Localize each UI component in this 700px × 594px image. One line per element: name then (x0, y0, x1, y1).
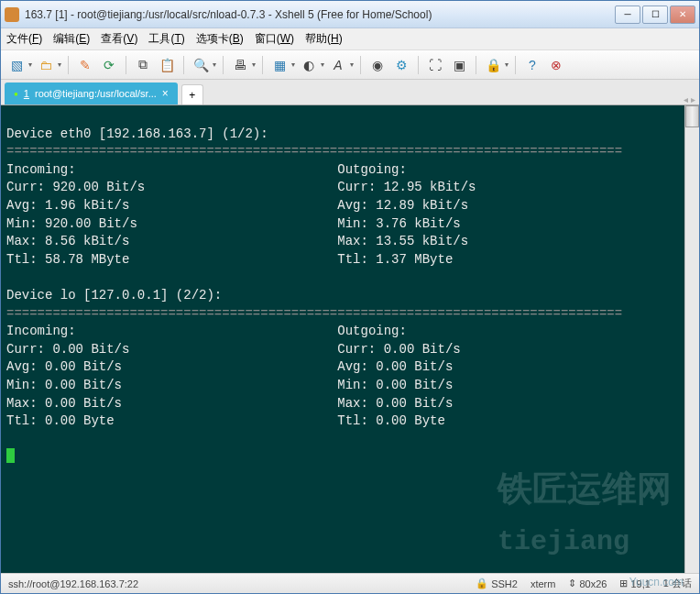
open-icon[interactable]: 🗀 (36, 55, 56, 75)
brand-watermark: Yuucn.com (629, 576, 684, 588)
cursor-pos-icon: ⊞ (619, 578, 628, 589)
status-connection: ssh://root@192.168.163.7:22 (8, 578, 463, 589)
app-icon (5, 7, 19, 22)
device-header-0: Device eth0 [192.168.163.7] (1/2): (6, 126, 268, 141)
tab-status-icon: ● (14, 90, 18, 98)
maximize-button[interactable]: ☐ (642, 6, 668, 24)
titlebar[interactable]: 163.7 [1] - root@tiejiang:/usr/local/src… (1, 1, 699, 28)
paste-icon[interactable]: 📋 (157, 55, 177, 75)
transparent-icon[interactable]: ▣ (449, 55, 469, 75)
color-icon[interactable]: ◐ (299, 55, 319, 75)
copy-icon[interactable]: ⧉ (133, 55, 153, 75)
minimize-button[interactable]: ─ (615, 6, 640, 24)
status-term: xterm (530, 578, 556, 589)
menu-window[interactable]: 窗口(W) (255, 31, 294, 47)
statusbar: ssh://root@192.168.163.7:22 🔒SSH2 xterm … (1, 573, 699, 593)
app-window: 163.7 [1] - root@tiejiang:/usr/local/src… (0, 0, 700, 594)
highlight-icon[interactable]: ✎ (75, 55, 95, 75)
search-icon[interactable]: 🔍 (191, 55, 211, 75)
scroll-thumb[interactable] (685, 105, 699, 127)
menu-view[interactable]: 查看(V) (101, 31, 137, 47)
menu-tabs[interactable]: 选项卡(B) (196, 31, 244, 47)
close-session-icon[interactable]: ⊗ (546, 55, 566, 75)
watermark: 铁匠运维网tiejiang (498, 467, 672, 564)
toolbar: ▧▾ 🗀▾ ✎ ⟳ ⧉ 📋 🔍▾ 🖶▾ ▦▾ ◐▾ A▾ ◉ ⚙ ⛶ ▣ 🔒▾ … (1, 50, 699, 80)
fullscreen-icon[interactable]: ⛶ (425, 55, 445, 75)
font-icon[interactable]: A (328, 55, 348, 75)
lock-icon[interactable]: 🔒 (483, 55, 503, 75)
lock-status-icon: 🔒 (476, 578, 488, 589)
print-icon[interactable]: 🖶 (230, 55, 250, 75)
menu-edit[interactable]: 编辑(E) (53, 31, 90, 47)
script-icon[interactable]: ⚙ (391, 55, 411, 75)
close-button[interactable]: ✕ (670, 6, 695, 24)
reconnect-icon[interactable]: ⟳ (99, 55, 119, 75)
properties-icon[interactable]: ▦ (269, 55, 290, 75)
help-icon[interactable]: ? (522, 55, 542, 75)
session-tab[interactable]: ● 1 root@tiejiang:/usr/local/sr... × (5, 82, 178, 104)
device-header-1: Device lo [127.0.0.1] (2/2): (6, 288, 222, 302)
terminal-output[interactable]: Device eth0 [192.168.163.7] (1/2): =====… (1, 105, 699, 573)
tab-close-icon[interactable]: × (162, 87, 169, 100)
new-session-icon[interactable]: ▧ (6, 55, 27, 75)
size-icon: ⇕ (568, 578, 576, 589)
tab-label: root@tiejiang:/usr/local/sr... (35, 88, 157, 99)
window-title: 163.7 [1] - root@tiejiang:/usr/local/src… (25, 8, 615, 21)
menu-help[interactable]: 帮助(H) (305, 31, 343, 47)
transfer-icon[interactable]: ◉ (367, 55, 388, 75)
menubar: 文件(F) 编辑(E) 查看(V) 工具(T) 选项卡(B) 窗口(W) 帮助(… (1, 28, 699, 50)
tab-nav[interactable]: ◂ ▸ (684, 94, 695, 104)
tabbar: ● 1 root@tiejiang:/usr/local/sr... × + ◂… (1, 80, 699, 105)
terminal-cursor (6, 448, 15, 463)
scrollbar[interactable] (684, 105, 699, 573)
new-tab-button[interactable]: + (181, 84, 203, 104)
menu-tools[interactable]: 工具(T) (148, 31, 184, 47)
menu-file[interactable]: 文件(F) (6, 31, 42, 47)
